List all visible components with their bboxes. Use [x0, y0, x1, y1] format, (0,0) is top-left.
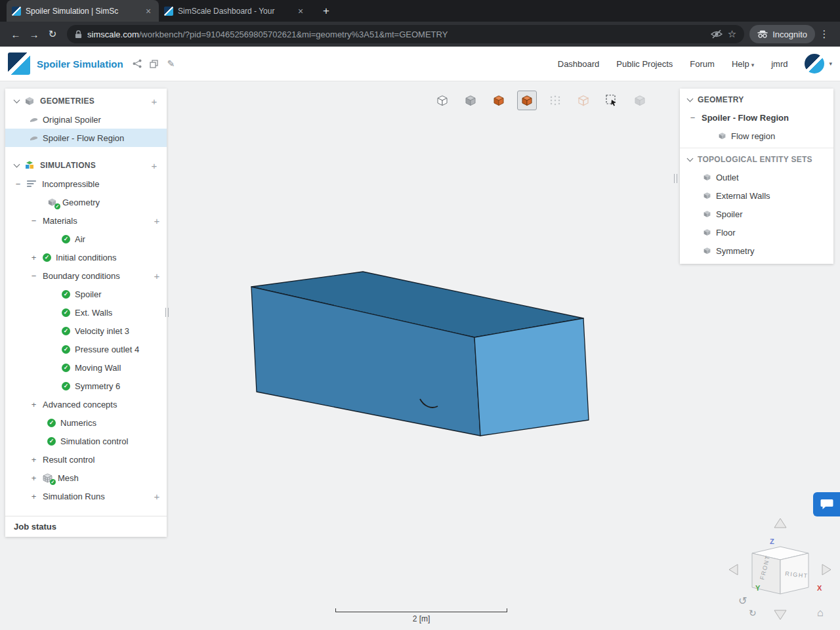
add-geometry-button[interactable]: +: [148, 96, 160, 107]
rotate-left-arrow[interactable]: [729, 564, 738, 575]
close-icon[interactable]: ×: [295, 6, 306, 16]
tree-item-simulation-control[interactable]: ✓ Simulation control: [5, 432, 167, 450]
tree-item-moving-wall[interactable]: ✓ Moving Wall: [5, 358, 167, 377]
select-faces-button[interactable]: [517, 91, 537, 110]
project-title: Spoiler Simulation: [37, 58, 123, 70]
share-icon[interactable]: [129, 55, 146, 72]
nav-forum-link[interactable]: Forum: [690, 59, 715, 69]
reload-button[interactable]: ↻: [43, 25, 62, 43]
geometry-item-spoiler-flow-region[interactable]: Spoiler - Flow Region: [5, 129, 167, 147]
tree-item-spoiler-bc[interactable]: ✓ Spoiler: [5, 285, 167, 303]
tree-item-ext-walls[interactable]: ✓ Ext. Walls: [5, 303, 167, 322]
view-cube-button[interactable]: [432, 91, 452, 110]
tree-item-result-control[interactable]: + Result control: [5, 450, 167, 469]
duplicate-icon[interactable]: [146, 55, 163, 72]
rotate-up-arrow[interactable]: [774, 518, 786, 528]
collapse-icon[interactable]: −: [689, 113, 696, 123]
rotate-ccw-icon[interactable]: ↺: [738, 595, 747, 606]
tab-simscale-dashboard[interactable]: SimScale Dashboard - Your ×: [159, 0, 311, 22]
y-axis-label: Y: [755, 584, 761, 592]
simulations-section-header[interactable]: SIMULATIONS +: [5, 156, 167, 175]
panel-resize-handle[interactable]: [674, 174, 677, 183]
collapse-icon[interactable]: −: [30, 216, 37, 226]
add-boundary-condition-button[interactable]: +: [151, 270, 163, 282]
rotate-right-arrow[interactable]: [822, 564, 831, 575]
simulation-icon: [27, 179, 37, 189]
tree-item-label: Advanced concepts: [43, 400, 117, 410]
forward-button[interactable]: →: [25, 25, 43, 43]
add-simulation-button[interactable]: +: [148, 160, 160, 171]
group-selection-button[interactable]: [630, 91, 650, 110]
tab-spoiler-simulation[interactable]: Spoiler Simulation | SimSc ×: [7, 0, 159, 22]
tree-item-geometry[interactable]: ✓ Geometry: [5, 193, 167, 211]
select-vertices-button[interactable]: [545, 91, 565, 110]
expand-icon[interactable]: +: [30, 492, 37, 501]
close-icon[interactable]: ×: [143, 6, 154, 16]
collapse-icon[interactable]: −: [30, 271, 37, 281]
account-menu[interactable]: ▾: [805, 54, 832, 74]
tree-item-label: Air: [75, 234, 85, 244]
rotate-cw-icon[interactable]: ↻: [749, 608, 757, 618]
geometry-name-row[interactable]: − Spoiler - Flow Region: [680, 108, 833, 127]
topo-set-outlet[interactable]: Outlet: [680, 168, 833, 186]
home-view-icon[interactable]: ⌂: [817, 607, 824, 618]
flow-region-right-face[interactable]: [474, 318, 589, 436]
tree-item-label: Boundary conditions: [43, 271, 120, 281]
flow-region-row[interactable]: Flow region: [680, 127, 833, 145]
collapse-icon[interactable]: −: [14, 179, 22, 189]
select-volumes-button[interactable]: [489, 91, 509, 110]
tree-item-initial-conditions[interactable]: + ✓ Initial conditions: [5, 248, 167, 266]
geometry-item-original-spoiler[interactable]: Original Spoiler: [5, 110, 167, 129]
content-blocked-eye-icon[interactable]: [711, 30, 723, 39]
rotate-down-arrow[interactable]: [774, 610, 786, 620]
tree-item-symmetry[interactable]: ✓ Symmetry 6: [5, 377, 167, 395]
tree-scroll: GEOMETRIES + Original Spoiler Spoiler - …: [5, 89, 167, 516]
new-tab-button[interactable]: +: [318, 5, 335, 18]
job-status-bar[interactable]: Job status: [5, 516, 167, 537]
topo-set-external-walls[interactable]: External Walls: [680, 186, 833, 205]
topo-set-floor[interactable]: Floor: [680, 223, 833, 242]
tree-item-velocity-inlet[interactable]: ✓ Velocity inlet 3: [5, 322, 167, 340]
shaded-view-button[interactable]: [461, 91, 480, 110]
address-bar[interactable]: simscale.com/workbench/?pid=910465256980…: [67, 25, 744, 43]
nav-dashboard-link[interactable]: Dashboard: [558, 59, 600, 69]
sidebar-resize-handle[interactable]: [165, 308, 169, 317]
tree-item-boundary-conditions[interactable]: − Boundary conditions +: [5, 266, 167, 285]
box-select-button[interactable]: [602, 91, 621, 110]
tree-item-air[interactable]: ✓ Air: [5, 230, 167, 248]
chevron-down-icon[interactable]: [687, 96, 694, 102]
orientation-cube-widget[interactable]: FRONT RIGHT Z Y X ↺ ↻ ⌂: [724, 516, 835, 629]
check-icon: ✓: [50, 479, 56, 485]
topological-sets-header[interactable]: TOPOLOGICAL ENTITY SETS: [680, 151, 833, 168]
expand-icon[interactable]: +: [30, 253, 37, 262]
tree-item-incompressible[interactable]: − Incompressible: [5, 175, 167, 193]
chevron-down-icon[interactable]: [687, 156, 694, 162]
bookmark-star-icon[interactable]: ☆: [728, 28, 736, 40]
geometry-panel-header[interactable]: GEOMETRY: [680, 91, 833, 108]
edit-icon[interactable]: ✎: [163, 55, 180, 72]
tree-item-advanced-concepts[interactable]: + Advanced concepts: [5, 395, 167, 413]
tree-item-simulation-runs[interactable]: + Simulation Runs +: [5, 487, 167, 505]
chat-support-button[interactable]: [813, 492, 840, 516]
tree-item-materials[interactable]: − Materials +: [5, 211, 167, 230]
geometry-icon: [30, 135, 38, 141]
nav-public-projects-link[interactable]: Public Projects: [616, 59, 673, 69]
nav-help-menu[interactable]: Help▾: [732, 59, 754, 69]
expand-icon[interactable]: +: [30, 455, 37, 465]
geometries-section-header[interactable]: GEOMETRIES +: [5, 92, 167, 110]
expand-icon[interactable]: +: [30, 473, 37, 483]
browser-menu-icon[interactable]: ⋮: [815, 25, 833, 43]
select-edges-button[interactable]: [574, 91, 593, 110]
tree-item-pressure-outlet[interactable]: ✓ Pressure outlet 4: [5, 340, 167, 358]
expand-icon[interactable]: +: [30, 400, 37, 410]
chevron-down-icon[interactable]: [14, 97, 20, 104]
tree-item-mesh[interactable]: + ✓ Mesh: [5, 469, 167, 487]
back-button[interactable]: ←: [7, 25, 25, 43]
topo-set-spoiler[interactable]: Spoiler: [680, 205, 833, 223]
topo-set-symmetry[interactable]: Symmetry: [680, 242, 833, 260]
chevron-down-icon[interactable]: [14, 161, 20, 168]
tree-item-numerics[interactable]: ✓ Numerics: [5, 413, 167, 432]
add-material-button[interactable]: +: [151, 215, 163, 226]
help-label: Help: [732, 59, 749, 69]
add-simulation-run-button[interactable]: +: [151, 491, 163, 502]
